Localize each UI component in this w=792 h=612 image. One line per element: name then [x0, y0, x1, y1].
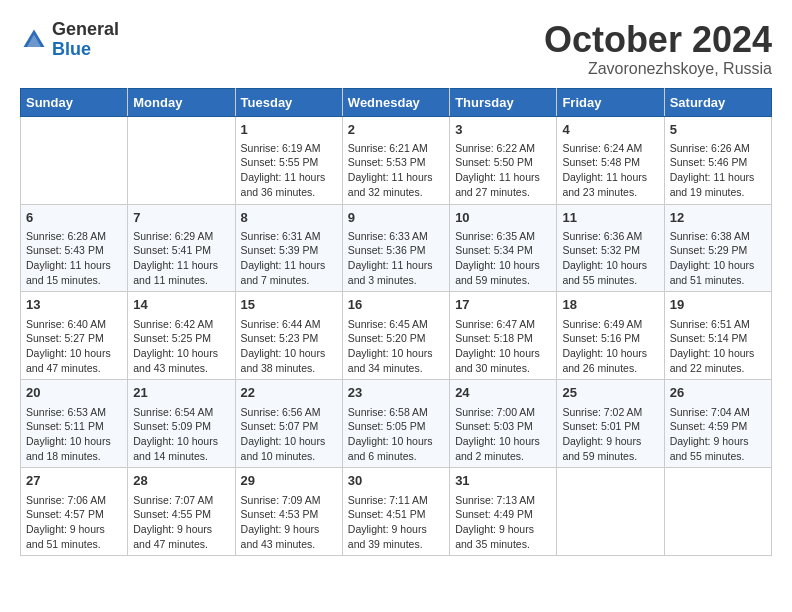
day-cell: 28Sunrise: 7:07 AM Sunset: 4:55 PM Dayli… — [128, 468, 235, 556]
day-cell: 17Sunrise: 6:47 AM Sunset: 5:18 PM Dayli… — [450, 292, 557, 380]
day-number: 14 — [133, 296, 229, 314]
col-header-tuesday: Tuesday — [235, 88, 342, 116]
calendar-table: SundayMondayTuesdayWednesdayThursdayFrid… — [20, 88, 772, 557]
day-info: Sunrise: 6:22 AM Sunset: 5:50 PM Dayligh… — [455, 141, 551, 200]
day-number: 3 — [455, 121, 551, 139]
day-cell: 10Sunrise: 6:35 AM Sunset: 5:34 PM Dayli… — [450, 204, 557, 292]
logo-blue: Blue — [52, 40, 119, 60]
day-cell: 27Sunrise: 7:06 AM Sunset: 4:57 PM Dayli… — [21, 468, 128, 556]
day-info: Sunrise: 6:53 AM Sunset: 5:11 PM Dayligh… — [26, 405, 122, 464]
month-title: October 2024 — [544, 20, 772, 60]
day-number: 26 — [670, 384, 766, 402]
day-info: Sunrise: 7:00 AM Sunset: 5:03 PM Dayligh… — [455, 405, 551, 464]
day-cell: 1Sunrise: 6:19 AM Sunset: 5:55 PM Daylig… — [235, 116, 342, 204]
day-cell: 9Sunrise: 6:33 AM Sunset: 5:36 PM Daylig… — [342, 204, 449, 292]
day-cell — [557, 468, 664, 556]
week-row-2: 6Sunrise: 6:28 AM Sunset: 5:43 PM Daylig… — [21, 204, 772, 292]
day-info: Sunrise: 6:38 AM Sunset: 5:29 PM Dayligh… — [670, 229, 766, 288]
day-cell — [664, 468, 771, 556]
day-cell: 8Sunrise: 6:31 AM Sunset: 5:39 PM Daylig… — [235, 204, 342, 292]
logo-general: General — [52, 20, 119, 40]
title-area: October 2024 Zavoronezhskoye, Russia — [544, 20, 772, 78]
day-number: 11 — [562, 209, 658, 227]
day-cell: 31Sunrise: 7:13 AM Sunset: 4:49 PM Dayli… — [450, 468, 557, 556]
day-number: 22 — [241, 384, 337, 402]
day-number: 1 — [241, 121, 337, 139]
day-cell: 25Sunrise: 7:02 AM Sunset: 5:01 PM Dayli… — [557, 380, 664, 468]
day-info: Sunrise: 6:51 AM Sunset: 5:14 PM Dayligh… — [670, 317, 766, 376]
week-row-5: 27Sunrise: 7:06 AM Sunset: 4:57 PM Dayli… — [21, 468, 772, 556]
day-number: 29 — [241, 472, 337, 490]
day-info: Sunrise: 7:11 AM Sunset: 4:51 PM Dayligh… — [348, 493, 444, 552]
col-header-thursday: Thursday — [450, 88, 557, 116]
col-header-saturday: Saturday — [664, 88, 771, 116]
day-info: Sunrise: 6:31 AM Sunset: 5:39 PM Dayligh… — [241, 229, 337, 288]
day-number: 27 — [26, 472, 122, 490]
day-number: 24 — [455, 384, 551, 402]
day-cell: 12Sunrise: 6:38 AM Sunset: 5:29 PM Dayli… — [664, 204, 771, 292]
day-cell: 29Sunrise: 7:09 AM Sunset: 4:53 PM Dayli… — [235, 468, 342, 556]
day-number: 30 — [348, 472, 444, 490]
col-header-wednesday: Wednesday — [342, 88, 449, 116]
day-cell: 5Sunrise: 6:26 AM Sunset: 5:46 PM Daylig… — [664, 116, 771, 204]
day-cell: 21Sunrise: 6:54 AM Sunset: 5:09 PM Dayli… — [128, 380, 235, 468]
day-info: Sunrise: 7:06 AM Sunset: 4:57 PM Dayligh… — [26, 493, 122, 552]
day-cell: 13Sunrise: 6:40 AM Sunset: 5:27 PM Dayli… — [21, 292, 128, 380]
day-cell: 22Sunrise: 6:56 AM Sunset: 5:07 PM Dayli… — [235, 380, 342, 468]
day-info: Sunrise: 6:35 AM Sunset: 5:34 PM Dayligh… — [455, 229, 551, 288]
day-cell: 6Sunrise: 6:28 AM Sunset: 5:43 PM Daylig… — [21, 204, 128, 292]
day-info: Sunrise: 7:09 AM Sunset: 4:53 PM Dayligh… — [241, 493, 337, 552]
day-number: 13 — [26, 296, 122, 314]
day-info: Sunrise: 7:02 AM Sunset: 5:01 PM Dayligh… — [562, 405, 658, 464]
day-info: Sunrise: 6:44 AM Sunset: 5:23 PM Dayligh… — [241, 317, 337, 376]
day-info: Sunrise: 6:56 AM Sunset: 5:07 PM Dayligh… — [241, 405, 337, 464]
day-info: Sunrise: 6:42 AM Sunset: 5:25 PM Dayligh… — [133, 317, 229, 376]
day-info: Sunrise: 6:26 AM Sunset: 5:46 PM Dayligh… — [670, 141, 766, 200]
header-row: SundayMondayTuesdayWednesdayThursdayFrid… — [21, 88, 772, 116]
day-cell: 20Sunrise: 6:53 AM Sunset: 5:11 PM Dayli… — [21, 380, 128, 468]
day-number: 21 — [133, 384, 229, 402]
day-cell: 14Sunrise: 6:42 AM Sunset: 5:25 PM Dayli… — [128, 292, 235, 380]
col-header-friday: Friday — [557, 88, 664, 116]
day-number: 15 — [241, 296, 337, 314]
day-number: 28 — [133, 472, 229, 490]
day-cell: 23Sunrise: 6:58 AM Sunset: 5:05 PM Dayli… — [342, 380, 449, 468]
day-number: 2 — [348, 121, 444, 139]
day-number: 9 — [348, 209, 444, 227]
day-cell: 2Sunrise: 6:21 AM Sunset: 5:53 PM Daylig… — [342, 116, 449, 204]
day-number: 10 — [455, 209, 551, 227]
day-number: 17 — [455, 296, 551, 314]
day-cell: 30Sunrise: 7:11 AM Sunset: 4:51 PM Dayli… — [342, 468, 449, 556]
logo-text: General Blue — [52, 20, 119, 60]
week-row-3: 13Sunrise: 6:40 AM Sunset: 5:27 PM Dayli… — [21, 292, 772, 380]
col-header-sunday: Sunday — [21, 88, 128, 116]
page-header: General Blue October 2024 Zavoronezhskoy… — [20, 20, 772, 78]
day-cell: 16Sunrise: 6:45 AM Sunset: 5:20 PM Dayli… — [342, 292, 449, 380]
day-number: 18 — [562, 296, 658, 314]
day-number: 16 — [348, 296, 444, 314]
day-number: 4 — [562, 121, 658, 139]
day-info: Sunrise: 6:49 AM Sunset: 5:16 PM Dayligh… — [562, 317, 658, 376]
day-info: Sunrise: 6:21 AM Sunset: 5:53 PM Dayligh… — [348, 141, 444, 200]
day-number: 12 — [670, 209, 766, 227]
logo-icon — [20, 26, 48, 54]
day-info: Sunrise: 6:36 AM Sunset: 5:32 PM Dayligh… — [562, 229, 658, 288]
day-number: 25 — [562, 384, 658, 402]
day-number: 19 — [670, 296, 766, 314]
day-info: Sunrise: 6:47 AM Sunset: 5:18 PM Dayligh… — [455, 317, 551, 376]
day-info: Sunrise: 6:29 AM Sunset: 5:41 PM Dayligh… — [133, 229, 229, 288]
day-number: 5 — [670, 121, 766, 139]
day-cell: 3Sunrise: 6:22 AM Sunset: 5:50 PM Daylig… — [450, 116, 557, 204]
day-info: Sunrise: 6:45 AM Sunset: 5:20 PM Dayligh… — [348, 317, 444, 376]
day-info: Sunrise: 7:13 AM Sunset: 4:49 PM Dayligh… — [455, 493, 551, 552]
day-info: Sunrise: 6:33 AM Sunset: 5:36 PM Dayligh… — [348, 229, 444, 288]
day-cell: 18Sunrise: 6:49 AM Sunset: 5:16 PM Dayli… — [557, 292, 664, 380]
day-number: 23 — [348, 384, 444, 402]
day-cell: 26Sunrise: 7:04 AM Sunset: 4:59 PM Dayli… — [664, 380, 771, 468]
day-cell: 19Sunrise: 6:51 AM Sunset: 5:14 PM Dayli… — [664, 292, 771, 380]
day-info: Sunrise: 6:40 AM Sunset: 5:27 PM Dayligh… — [26, 317, 122, 376]
day-info: Sunrise: 6:19 AM Sunset: 5:55 PM Dayligh… — [241, 141, 337, 200]
logo: General Blue — [20, 20, 119, 60]
day-info: Sunrise: 7:04 AM Sunset: 4:59 PM Dayligh… — [670, 405, 766, 464]
day-number: 20 — [26, 384, 122, 402]
